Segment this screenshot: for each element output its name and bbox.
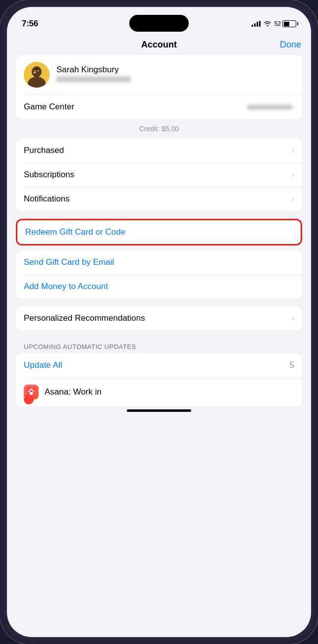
svg-point-9 — [26, 397, 31, 402]
svg-rect-6 — [35, 69, 39, 70]
credit-text: Credit: $5.00 — [7, 122, 311, 139]
home-indicator — [127, 409, 191, 412]
app-name-label: Asana: Work in — [45, 387, 294, 397]
subscriptions-label: Subscriptions — [24, 170, 292, 180]
phone-screen: 7:56 52 — [7, 7, 311, 637]
phone-frame: 7:56 52 — [0, 0, 318, 644]
done-button[interactable]: Done — [276, 40, 301, 50]
redeem-gift-card-row[interactable]: Redeem Gift Card or Code — [16, 219, 302, 246]
send-gift-card-label: Send Gift Card by Email — [24, 257, 294, 267]
profile-email-blurred — [56, 76, 131, 82]
status-icons: 52 — [252, 20, 296, 28]
status-bar: 7:56 52 — [7, 7, 311, 34]
game-center-value-blurred — [247, 104, 292, 110]
page-title: Account — [42, 40, 276, 50]
notification-dot — [24, 395, 34, 404]
recommendations-row[interactable]: Personalized Recommendations › — [16, 306, 302, 330]
purchased-chevron-icon: › — [292, 146, 294, 155]
purchased-label: Purchased — [24, 146, 292, 155]
svg-rect-3 — [34, 72, 36, 73]
svg-point-5 — [38, 70, 39, 71]
subscriptions-chevron-icon: › — [292, 170, 294, 179]
nav-header: Account Done — [7, 34, 311, 55]
game-center-chevron-icon: › — [292, 102, 294, 111]
update-all-row[interactable]: Update All 5 — [16, 353, 302, 377]
profile-row[interactable]: Sarah Kingsbury — [16, 55, 302, 95]
wifi-icon — [264, 20, 271, 28]
menu-section: Purchased › Subscriptions › Notification… — [16, 139, 302, 211]
notifications-row[interactable]: Notifications › — [16, 187, 302, 211]
add-money-label: Add Money to Account — [24, 282, 294, 292]
avatar — [24, 62, 50, 88]
game-center-row[interactable]: Game Center › — [16, 95, 302, 119]
svg-point-4 — [35, 70, 36, 71]
battery-icon: 52 — [274, 20, 296, 27]
recommendations-label: Personalized Recommendations — [24, 313, 292, 323]
update-count: 5 — [290, 360, 294, 370]
redeem-gift-card-label: Redeem Gift Card or Code — [25, 227, 293, 237]
app-row[interactable]: Asana: Work in — [16, 378, 302, 406]
battery-percent: 52 — [274, 20, 281, 27]
updates-card: Update All 5 Asana: Work in — [16, 353, 302, 406]
game-center-label: Game Center — [24, 102, 247, 112]
subscriptions-row[interactable]: Subscriptions › — [16, 163, 302, 187]
status-time: 7:56 — [22, 19, 38, 29]
dynamic-island — [129, 15, 189, 32]
add-money-row[interactable]: Add Money to Account — [16, 275, 302, 298]
profile-card: Sarah Kingsbury Game Center › — [16, 55, 302, 119]
svg-point-1 — [32, 66, 42, 77]
notifications-chevron-icon: › — [292, 195, 294, 203]
signal-bars-icon — [252, 21, 261, 27]
notifications-label: Notifications — [24, 194, 292, 204]
profile-info: Sarah Kingsbury — [56, 65, 294, 85]
update-all-label: Update All — [24, 360, 290, 370]
purchased-row[interactable]: Purchased › — [16, 139, 302, 162]
profile-name: Sarah Kingsbury — [56, 65, 294, 75]
recommendations-card: Personalized Recommendations › — [16, 306, 302, 330]
updates-section-label: UPCOMING AUTOMATIC UPDATES — [7, 338, 311, 353]
gift-section: Send Gift Card by Email Add Money to Acc… — [16, 250, 302, 298]
recommendations-chevron-icon: › — [292, 314, 294, 323]
send-gift-card-row[interactable]: Send Gift Card by Email — [16, 250, 302, 274]
